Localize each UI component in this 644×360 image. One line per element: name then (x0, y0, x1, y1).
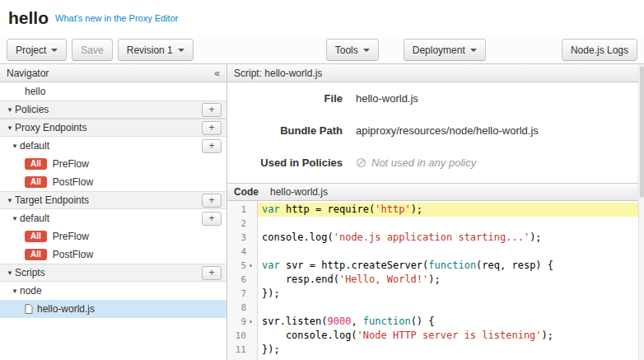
tree-item-proxy-preflow[interactable]: All PreFlow (0, 155, 226, 173)
tree-section-scripts[interactable]: ▼ Scripts + (0, 264, 226, 282)
project-menu-button[interactable]: Project (7, 39, 67, 61)
navigator-panel: Navigator « hello ▼ Policies + ▼ Proxy E… (0, 64, 227, 360)
tree-section-policies[interactable]: ▼ Policies + (0, 101, 226, 119)
code-line[interactable] (258, 301, 644, 315)
code-line-active[interactable]: var http = require('http'); (258, 203, 644, 217)
proxy-editor-app: hello What's new in the Proxy Editor Pro… (0, 0, 644, 360)
section-label: Policies (15, 104, 49, 115)
gutter-cell: 7 (227, 287, 257, 301)
deployment-menu-label: Deployment (413, 44, 465, 56)
tree-folder-target-default[interactable]: ▼ default + (0, 209, 226, 227)
script-details: File hello-world.js Bundle Path apiproxy… (227, 82, 644, 183)
scrollbar-thumb[interactable] (640, 66, 644, 198)
section-label: Scripts (15, 267, 45, 278)
fold-collapse-icon[interactable]: ▾ (246, 315, 255, 329)
add-policy-button[interactable]: + (202, 103, 222, 117)
flow-badge: All (25, 249, 47, 260)
line-number: 9 (240, 315, 246, 329)
triangle-down-icon: ▼ (12, 143, 20, 150)
nodejs-logs-label: Node.js Logs (571, 44, 628, 56)
line-number: 10 (236, 329, 246, 343)
code-line[interactable]: }); (258, 343, 644, 357)
project-menu-label: Project (16, 44, 46, 56)
code-line[interactable]: var svr = http.createServer(function(req… (258, 259, 644, 273)
add-target-endpoint-button[interactable]: + (202, 194, 222, 208)
code-editor[interactable]: 1 2 3 4 5▾ 6 7 8 9▾ 10 11 var http = req… (227, 201, 644, 360)
code-line[interactable] (258, 245, 644, 259)
line-number: 7 (240, 287, 246, 301)
tools-menu-button[interactable]: Tools (326, 39, 379, 61)
tree-item-target-postflow[interactable]: All PostFlow (0, 245, 226, 264)
navigator-header: Navigator « (0, 64, 226, 82)
code-line[interactable] (258, 217, 644, 231)
triangle-down-icon: ▼ (7, 269, 15, 277)
tree-item-label: PostFlow (53, 176, 93, 188)
chevron-down-icon (51, 49, 58, 52)
navigator-title: Navigator (7, 68, 49, 79)
gutter-cell: 9▾ (227, 315, 257, 329)
gutter-cell: 3 (227, 231, 257, 245)
bundle-path-label: Bundle Path (227, 124, 343, 137)
tree-section-target-endpoints[interactable]: ▼ Target Endpoints + (0, 191, 226, 209)
script-panel-title: Script: hello-world.js (234, 68, 322, 79)
add-flow-button[interactable]: + (202, 139, 222, 153)
gutter-cell: 1 (227, 203, 257, 217)
vertical-scrollbar[interactable] (638, 64, 644, 360)
code-text[interactable]: var http = require('http'); console.log(… (258, 201, 644, 360)
nodejs-logs-button[interactable]: Node.js Logs (562, 39, 637, 61)
triangle-down-icon: ▼ (7, 124, 15, 132)
whats-new-link[interactable]: What's new in the Proxy Editor (55, 13, 178, 23)
tree-item-label: PreFlow (53, 231, 89, 242)
fold-collapse-icon[interactable]: ▾ (246, 259, 255, 273)
line-number: 1 (240, 203, 246, 217)
page-title: hello (8, 8, 49, 28)
line-number: 6 (240, 273, 246, 287)
tree-item-label: PostFlow (53, 249, 93, 260)
line-number: 8 (240, 301, 246, 315)
gutter-cell: 10 (227, 329, 257, 343)
tree-folder-node[interactable]: ▼ node (0, 282, 226, 300)
tree-item-label: hello-world.js (37, 303, 95, 315)
code-filename: hello-world.js (270, 186, 328, 198)
code-panel-header: Code hello-world.js (227, 183, 644, 201)
tree-section-proxy-endpoints[interactable]: ▼ Proxy Endpoints + (0, 119, 226, 137)
file-label: File (227, 92, 343, 105)
save-button-label: Save (81, 44, 103, 56)
tree-item-hello-world-js[interactable]: hello-world.js (0, 300, 226, 318)
code-line[interactable]: svr.listen(9000, function() { (258, 315, 644, 329)
tree-item-label: node (20, 285, 42, 297)
revision-menu-button[interactable]: Revision 1 (118, 39, 194, 61)
bundle-path-value: apiproxy/resources/node/hello-world.js (356, 124, 539, 137)
tree-item-proxy-postflow[interactable]: All PostFlow (0, 173, 226, 191)
section-label: Target Endpoints (15, 194, 89, 206)
section-label: Proxy Endpoints (15, 122, 86, 133)
chevron-down-icon (178, 49, 184, 52)
add-script-button[interactable]: + (202, 266, 222, 280)
content-split: Navigator « hello ▼ Policies + ▼ Proxy E… (0, 64, 644, 360)
script-panel-header: Script: hello-world.js (227, 64, 644, 82)
gutter-cell: 8 (227, 301, 257, 315)
detail-row-bundle-path: Bundle Path apiproxy/resources/node/hell… (227, 124, 644, 137)
tree-item-target-preflow[interactable]: All PreFlow (0, 227, 226, 245)
chevron-down-icon (470, 49, 477, 52)
gutter-cell: 4 (227, 245, 257, 259)
add-proxy-endpoint-button[interactable]: + (202, 121, 222, 135)
tab-code[interactable]: Code (234, 186, 259, 198)
code-line[interactable]: }); (258, 287, 644, 301)
triangle-down-icon: ▼ (12, 215, 20, 222)
deployment-menu-button[interactable]: Deployment (404, 39, 486, 61)
line-number: 5 (240, 259, 246, 273)
tree-item-hello[interactable]: hello (0, 82, 226, 101)
save-button[interactable]: Save (72, 39, 112, 61)
triangle-down-icon: ▼ (7, 197, 15, 204)
code-line[interactable]: console.log('Node HTTP server is listeni… (258, 329, 644, 343)
code-line[interactable]: resp.end('Hello, World!'); (258, 273, 644, 287)
flow-badge: All (25, 158, 47, 170)
flow-badge: All (25, 176, 47, 188)
collapse-sidebar-icon[interactable]: « (214, 68, 220, 79)
code-line[interactable]: console.log('node.js application startin… (258, 231, 644, 245)
add-flow-button[interactable]: + (202, 212, 222, 226)
tree-item-label: hello (25, 86, 45, 97)
tree-folder-proxy-default[interactable]: ▼ default + (0, 137, 226, 155)
not-used-icon (356, 157, 366, 168)
